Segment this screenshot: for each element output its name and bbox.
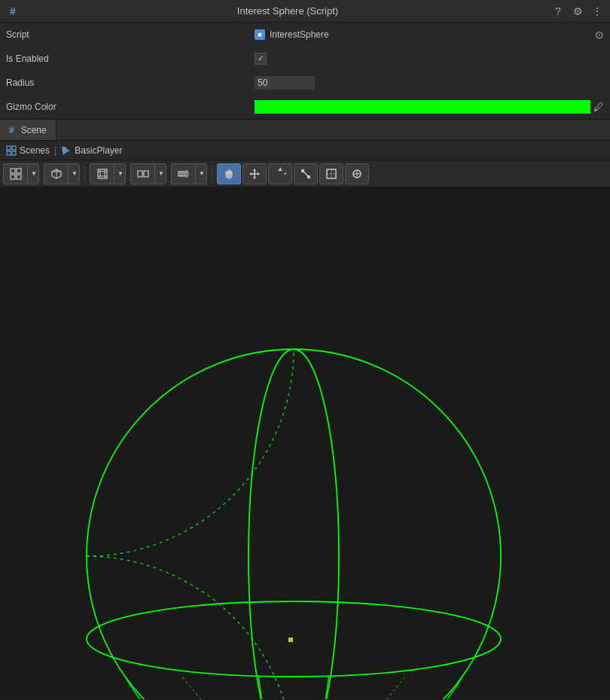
grid-button[interactable] (90, 163, 114, 184)
scene-view[interactable] (0, 187, 610, 699)
svg-line-27 (187, 174, 188, 178)
script-field[interactable]: ■ InterestSphere (255, 29, 329, 40)
grid-dropdown[interactable]: ▼ (114, 163, 126, 184)
snap-group: ▼ (130, 163, 166, 184)
title-bar: # Interest Sphere (Script) ? ⚙ ⋮ (0, 0, 610, 23)
svg-rect-0 (7, 146, 11, 150)
scene-tab[interactable]: # Scene (0, 120, 56, 140)
scene-obj-group: ▼ (44, 163, 80, 184)
svg-rect-18 (138, 171, 142, 177)
view-mode-group: ▼ (3, 163, 39, 184)
rect-icon (325, 168, 337, 180)
radius-value (255, 76, 604, 90)
is-enabled-checkbox[interactable]: ✓ (255, 53, 267, 65)
svg-rect-1 (12, 146, 16, 150)
script-file-icon: ■ (255, 29, 265, 40)
radius-label: Radius (6, 78, 255, 88)
svg-rect-17 (98, 169, 107, 178)
gizmo-color-value: 🖊 (255, 100, 604, 114)
dropdown-arrow-3-icon: ▼ (117, 170, 124, 177)
gizmo-color-row: Gizmo Color 🖊 (0, 95, 610, 119)
svg-marker-34 (278, 169, 282, 171)
scene-obj-button[interactable] (44, 163, 68, 184)
scene-obj-dropdown[interactable]: ▼ (68, 163, 80, 184)
script-value: ■ InterestSphere ⊙ (255, 29, 604, 41)
breadcrumb-bar: Scenes | BasicPlayer (0, 141, 610, 160)
svg-rect-54 (288, 638, 293, 642)
color-bar-container: 🖊 (255, 100, 604, 114)
svg-rect-9 (17, 175, 21, 179)
color-bar[interactable] (255, 100, 590, 114)
breadcrumb-scenes-label: Scenes (20, 145, 50, 156)
script-settings-icon[interactable]: ⊙ (595, 29, 604, 41)
scenes-icon (6, 145, 17, 156)
svg-marker-31 (253, 177, 256, 179)
svg-rect-6 (11, 169, 15, 173)
svg-rect-36 (307, 175, 310, 178)
rect-tool-button[interactable] (319, 163, 343, 184)
dropdown-arrow-4-icon: ▼ (158, 170, 164, 177)
grid-group: ▼ (90, 163, 126, 184)
view-mode-dropdown[interactable]: ▼ (27, 163, 39, 184)
grid-icon (96, 168, 108, 180)
title-bar-actions: ? ⚙ ⋮ (551, 5, 604, 18)
is-enabled-label: Is Enabled (6, 53, 255, 64)
transform-tool-button[interactable] (345, 163, 369, 184)
dropdown-arrow-icon: ▼ (31, 170, 37, 177)
rotate-tool-button[interactable] (268, 163, 292, 184)
scale-tool-button[interactable] (294, 163, 318, 184)
audio-icon (178, 168, 190, 180)
toolbar: ▼ ▼ ▼ (0, 160, 610, 187)
sphere-svg (0, 187, 610, 699)
settings-button[interactable]: ⚙ (571, 5, 584, 18)
audio-button[interactable] (171, 163, 195, 184)
svg-rect-50 (0, 210, 610, 677)
radius-row: Radius (0, 71, 610, 95)
audio-group: ▼ (171, 163, 207, 184)
svg-marker-30 (253, 169, 256, 171)
more-button[interactable]: ⋮ (590, 5, 604, 18)
audio-dropdown[interactable]: ▼ (195, 163, 207, 184)
breadcrumb-scenes[interactable]: Scenes (6, 145, 50, 156)
scene-tab-icon: # (9, 125, 14, 135)
checkmark-icon: ✓ (258, 54, 264, 62)
svg-marker-32 (249, 172, 252, 175)
help-button[interactable]: ? (551, 5, 565, 18)
breadcrumb-basicplayer[interactable]: BasicPlayer (61, 145, 122, 156)
gizmo-color-label: Gizmo Color (6, 102, 255, 112)
move-icon (249, 168, 261, 180)
scene-tab-label: Scene (21, 125, 47, 135)
radius-input[interactable] (255, 76, 315, 90)
script-label: Script (6, 29, 255, 40)
dropdown-arrow-2-icon: ▼ (72, 170, 78, 177)
svg-marker-33 (258, 172, 260, 175)
move-tool-button[interactable] (242, 163, 267, 184)
rotate-icon (274, 168, 286, 180)
eyedropper-icon[interactable]: 🖊 (593, 101, 604, 113)
window-title: Interest Sphere (Script) (24, 5, 551, 17)
svg-rect-7 (17, 169, 21, 173)
scale-icon (300, 168, 312, 180)
cube-icon (50, 168, 63, 180)
dropdown-arrow-5-icon: ▼ (199, 170, 205, 177)
player-icon (61, 145, 72, 156)
snap-icon (137, 168, 149, 180)
hand-icon (223, 168, 235, 180)
inspector-panel: Script ■ InterestSphere ⊙ Is Enabled ✓ R… (0, 23, 610, 120)
is-enabled-row: Is Enabled ✓ (0, 47, 610, 71)
transform-icon (351, 168, 363, 180)
breadcrumb-player-label: BasicPlayer (75, 145, 122, 156)
svg-line-26 (187, 170, 188, 174)
scene-tab-bar: # Scene (0, 120, 610, 141)
is-enabled-value: ✓ (255, 53, 604, 65)
hand-tool-button[interactable] (217, 163, 241, 184)
separator-2 (212, 166, 212, 182)
view-mode-button[interactable] (3, 163, 27, 184)
snap-dropdown[interactable]: ▼ (154, 163, 166, 184)
svg-rect-8 (11, 175, 15, 179)
snap-button[interactable] (130, 163, 154, 184)
svg-rect-19 (144, 171, 148, 177)
separator-1 (84, 166, 85, 182)
scene-view-icon (10, 168, 22, 180)
script-name: InterestSphere (270, 29, 329, 40)
